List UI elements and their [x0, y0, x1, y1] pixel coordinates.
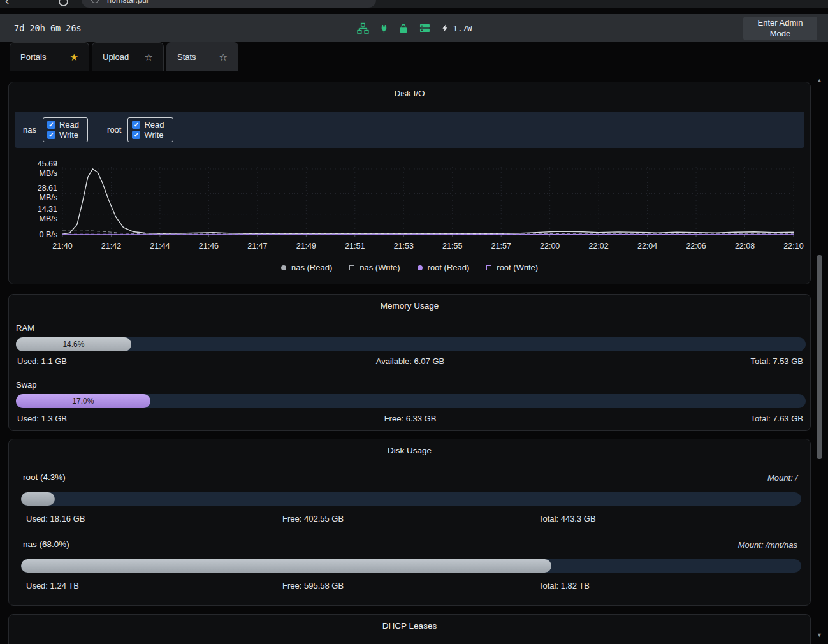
legend-label: nas (Write) [360, 263, 400, 272]
browser-refresh-icon[interactable] [59, 0, 68, 6]
network-icon [356, 22, 369, 34]
root-disk-stats-row: Used: 18.16 GB Free: 402.55 GB Total: 44… [26, 514, 795, 523]
legend-item-root-write[interactable]: root (Write) [486, 263, 538, 272]
swap-free: Free: 6.33 GB [279, 414, 541, 423]
card-title: Disk Usage [9, 446, 810, 455]
ram-used: Used: 1.1 GB [17, 356, 279, 366]
io-control-group-root: root ✓ Read ✓ Write [107, 117, 173, 142]
x-tick-label: 21:42 [89, 242, 133, 251]
y-tick-label: 0 B/s [9, 230, 57, 240]
checkbox-label: Write [59, 130, 78, 140]
address-bar[interactable]: homstar.pur [82, 0, 376, 8]
swap-progress-bar: 17.0% [16, 394, 806, 408]
ram-available: Available: 6.07 GB [279, 356, 541, 366]
chart-y-axis: 45.69MB/s28.61MB/s14.31MB/s0 B/s [9, 163, 57, 242]
y-tick-label: 45.69MB/s [9, 159, 57, 179]
bolt-icon [440, 22, 449, 34]
ram-progress-fill: 14.6% [16, 337, 131, 351]
x-tick-label: 22:04 [625, 242, 670, 251]
root-read-checkbox[interactable]: ✓ Read [132, 120, 164, 129]
star-outline-icon[interactable]: ☆ [219, 52, 228, 62]
ram-progress-bar: 14.6% [16, 337, 806, 351]
checkbox-checked-icon[interactable]: ✓ [47, 121, 55, 129]
tab-portals[interactable]: Portals ★ [10, 42, 89, 71]
chart-x-axis: 21:4021:4221:4421:4621:4721:4921:5121:53… [62, 242, 810, 253]
ram-percent-text: 14.6% [62, 340, 84, 349]
checkbox-checked-icon[interactable]: ✓ [132, 121, 140, 129]
swap-total: Total: 7.63 GB [541, 414, 803, 423]
swap-used: Used: 1.3 GB [17, 414, 279, 423]
legend-label: nas (Read) [291, 263, 332, 272]
root-write-checkbox[interactable]: ✓ Write [132, 130, 164, 140]
scroll-down-arrow[interactable]: ▼ [817, 632, 822, 638]
tab-label: Portals [20, 52, 46, 62]
ram-label: RAM [16, 323, 34, 333]
star-outline-icon[interactable]: ☆ [145, 52, 153, 62]
browser-chrome: ‹ homstar.pur [0, 0, 828, 8]
disk-used: Used: 18.16 GB [26, 514, 282, 523]
disk-total: Total: 1.82 TB [539, 581, 795, 590]
checkbox-checked-icon[interactable]: ✓ [47, 131, 55, 139]
legend-item-root-read[interactable]: root (Read) [418, 263, 470, 272]
swap-stats-row: Used: 1.3 GB Free: 6.33 GB Total: 7.63 G… [17, 414, 803, 423]
legend-label: root (Read) [428, 263, 470, 272]
legend-item-nas-read[interactable]: nas (Read) [281, 263, 332, 272]
ram-total: Total: 7.53 GB [541, 356, 803, 366]
page: ‹ homstar.pur 7d 20h 6m 26s [0, 0, 828, 644]
x-tick-label: 21:55 [430, 242, 475, 251]
legend-item-nas-write[interactable]: nas (Write) [349, 263, 400, 272]
enter-admin-mode-button[interactable]: Enter Admin Mode [743, 17, 817, 40]
x-tick-label: 22:02 [576, 242, 621, 251]
scrollbar-thumb[interactable] [817, 255, 822, 459]
io-chart-plot [62, 163, 804, 241]
x-tick-label: 22:00 [528, 242, 572, 251]
root-disk-progress-bar [21, 492, 801, 506]
memory-usage-card: Memory Usage RAM 14.6% Used: 1.1 GB Avai… [8, 294, 811, 431]
checkbox-checked-icon[interactable]: ✓ [132, 131, 140, 139]
swap-progress-fill: 17.0% [16, 394, 150, 408]
header-bar: 7d 20h 6m 26s [0, 14, 828, 42]
tab-stats[interactable]: Stats ☆ [166, 42, 238, 71]
tab-bar: Portals ★ Upload ☆ Stats ☆ [10, 42, 238, 71]
checkbox-label: Read [59, 120, 79, 129]
x-tick-label: 21:57 [479, 242, 523, 251]
scroll-up-arrow[interactable]: ▲ [817, 77, 822, 84]
tab-upload[interactable]: Upload ☆ [92, 42, 164, 71]
star-filled-icon[interactable]: ★ [70, 52, 78, 62]
disk-name: root (4.3%) [23, 472, 66, 482]
tab-label: Upload [103, 52, 129, 62]
disk-free: Free: 595.58 GB [282, 581, 539, 590]
card-title: Disk I/O [9, 89, 810, 98]
checkbox-label: Read [144, 120, 164, 129]
legend-square-marker [349, 265, 354, 270]
browser-back-icon[interactable]: ‹ [5, 0, 9, 8]
card-title: DHCP Leases [9, 621, 810, 631]
checkbox-label: Write [144, 130, 163, 140]
x-tick-label: 22:10 [771, 242, 816, 251]
nas-write-checkbox[interactable]: ✓ Write [47, 130, 79, 140]
url-text: homstar.pur [107, 0, 149, 8]
x-tick-label: 21:44 [138, 242, 182, 251]
x-tick-label: 21:40 [40, 242, 85, 251]
tab-label: Stats [177, 52, 196, 62]
disk-total: Total: 443.3 GB [539, 514, 795, 523]
power-reading: 1.7W [453, 24, 472, 33]
x-tick-label: 21:46 [186, 242, 231, 251]
dhcp-leases-card: DHCP Leases [8, 614, 811, 644]
uptime-text: 7d 20h 6m 26s [14, 14, 82, 42]
legend-circle-marker [418, 265, 423, 270]
legend-square-marker [486, 265, 491, 270]
disk-free: Free: 402.55 GB [282, 514, 539, 523]
lock-icon [398, 22, 408, 34]
swap-label: Swap [16, 380, 37, 390]
y-tick-label: 28.61MB/s [9, 184, 57, 203]
disk-io-card: Disk I/O nas ✓ Read ✓ Write root [8, 82, 811, 284]
nas-disk-stats-row: Used: 1.24 TB Free: 595.58 GB Total: 1.8… [26, 581, 795, 590]
x-tick-label: 21:47 [235, 242, 280, 251]
io-checkbox-box: ✓ Read ✓ Write [43, 117, 88, 142]
site-favicon-icon [91, 0, 99, 3]
x-tick-label: 22:06 [674, 242, 718, 251]
x-tick-label: 21:49 [284, 242, 328, 251]
nas-read-checkbox[interactable]: ✓ Read [47, 120, 79, 129]
card-title: Memory Usage [9, 301, 810, 311]
